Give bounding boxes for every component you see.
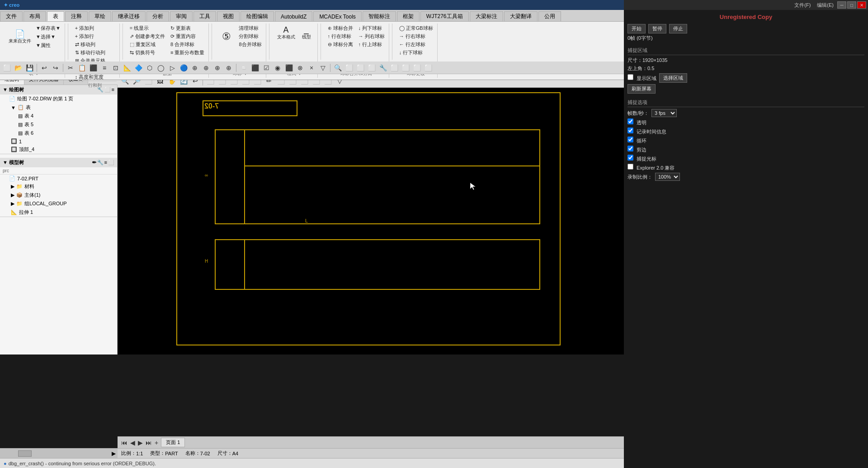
qa-redo[interactable]: ↪ [51, 63, 61, 73]
tab-annotation[interactable]: 注释 [65, 11, 88, 21]
explorer-checkbox[interactable] [627, 164, 633, 170]
loop-checkbox[interactable] [627, 137, 633, 142]
timestamp-checkbox[interactable] [627, 128, 633, 133]
drawing-item-table-group[interactable]: ▼ 📋 表 [0, 103, 117, 112]
model-item-body[interactable]: ▶ 📦 主体(1) [0, 191, 117, 199]
drawing-item-table5[interactable]: ▤ 表 5 [0, 120, 117, 129]
btn-row-above-balloon[interactable]: ↑ 行上球标 [357, 41, 386, 48]
h-scroll-thumb[interactable] [18, 450, 32, 457]
tab-view[interactable]: 视图 [217, 11, 240, 21]
qa-btn-25[interactable]: ⬜ [344, 63, 354, 73]
qa-btn-30[interactable]: ⬜ [401, 63, 410, 73]
qa-btn-2[interactable]: 📋 [77, 63, 87, 73]
qa-open[interactable]: 📂 [13, 63, 23, 73]
qa-btn-13[interactable]: ⊕ [201, 63, 211, 73]
stop-button[interactable]: 停止 [669, 24, 687, 33]
model-item-prt[interactable]: 📄 7-02.PRT [0, 175, 117, 182]
qa-btn-32[interactable]: ⬜ [423, 63, 433, 73]
tab-wjt276[interactable]: WJT276工具箱 [420, 11, 469, 21]
btn-select[interactable]: ▼选择▼ [34, 33, 62, 41]
btn-update-table[interactable]: ↻ 更新表 [169, 24, 206, 32]
fps-select[interactable]: 3 fps 5 fps 10 fps [651, 109, 677, 117]
show-area-checkbox[interactable] [627, 74, 633, 80]
btn-split-balloon[interactable]: 分割球标 [237, 33, 263, 40]
start-button[interactable]: 开始 [627, 24, 646, 33]
qa-btn-18[interactable]: ☑ [261, 63, 271, 73]
nav-prev[interactable]: ◀ [130, 439, 135, 446]
pause-button[interactable]: 暂停 [648, 24, 666, 33]
qa-btn-6[interactable]: 📐 [122, 63, 132, 73]
restore-button[interactable]: □ [847, 1, 856, 9]
tab-smart-dim[interactable]: 智能标注 [363, 11, 396, 21]
drawing-item-1[interactable]: 🔲 1 [0, 137, 117, 145]
btn-reset-content[interactable]: ⟳ 重置内容 [169, 33, 206, 40]
drawing-item-table4[interactable]: ▤ 表 4 [0, 112, 117, 120]
tab-mcadex[interactable]: MCADEx Tools [313, 11, 361, 21]
tab-beam-dim[interactable]: 大梁标注 [470, 11, 503, 21]
qa-btn-19[interactable]: ◉ [273, 63, 283, 73]
btn-properties[interactable]: ▼属性 [34, 42, 62, 49]
btn-merge-balloon2[interactable]: 8合并球标 [237, 41, 263, 48]
tab-common[interactable]: 公用 [538, 11, 561, 21]
model-item-extrude[interactable]: 📐 拉伸 1 [0, 208, 117, 217]
model-icon-settings[interactable]: 🔧 [97, 160, 104, 165]
qa-btn-14[interactable]: ⊕ [212, 63, 222, 73]
tab-autobuildz[interactable]: AutobuildZ [275, 11, 312, 21]
btn-row-down-balloon[interactable]: ↓ 行下球标 [398, 49, 434, 57]
tab-table[interactable]: 表 [47, 11, 64, 21]
btn-add-row[interactable]: + 添加行 [74, 33, 117, 40]
ratio-select[interactable]: 100% 75% 50% [655, 173, 680, 181]
qa-btn-23[interactable]: ▽ [318, 63, 328, 73]
qa-btn-4[interactable]: ≡ [99, 63, 109, 73]
qa-btn-21[interactable]: ⊗ [295, 63, 305, 73]
drawing-item-table6[interactable]: ▤ 表 6 [0, 129, 117, 137]
transparent-checkbox[interactable] [627, 118, 633, 124]
tab-review[interactable]: 审阅 [170, 11, 193, 21]
qa-btn-9[interactable]: ◯ [156, 63, 166, 73]
btn-col-below-balloon[interactable]: ↓ 列下球标 [357, 24, 386, 32]
model-icon-pen[interactable]: ✏ [92, 160, 96, 165]
tab-frame[interactable]: 框架 [397, 11, 420, 21]
btn-merge-balloon[interactable]: 8 合并球标 [169, 41, 206, 48]
tab-drawing-edit[interactable]: 绘图编辑 [241, 11, 274, 21]
btn-row-right-balloon[interactable]: → 行右球标 [398, 33, 434, 40]
qa-save[interactable]: 💾 [24, 63, 34, 73]
btn-normal-gb[interactable]: ◯ 正常GB球标 [398, 24, 434, 32]
btn-move-row[interactable]: ⇅ 移动行动列 [74, 49, 117, 57]
btn-row-in-balloon[interactable]: ↑ 行在球标 [326, 33, 354, 40]
h-scrollbar[interactable]: ▶ [0, 448, 118, 458]
qa-btn-24[interactable]: 🔍 [333, 63, 343, 73]
tab-inherit[interactable]: 继承迁移 [112, 11, 146, 21]
model-icon-zoom[interactable]: ⬜ [108, 160, 114, 165]
qa-btn-16[interactable]: ◽ [239, 63, 249, 73]
h-scroll-right[interactable]: ▶ [110, 450, 118, 457]
minimize-button[interactable]: ─ [837, 1, 846, 9]
btn-repeat-region[interactable]: ⬚ 重复区域 [128, 41, 166, 48]
btn-clear-balloon[interactable]: 清理球标 [237, 24, 263, 32]
cursor-checkbox[interactable] [627, 155, 633, 161]
nav-next[interactable]: ▶ [138, 439, 143, 446]
menu-edit[interactable]: 编辑(E) [814, 2, 836, 9]
btn-col-right-balloon[interactable]: → 列右球标 [357, 33, 386, 40]
tab-layout[interactable]: 布局 [24, 11, 46, 21]
btn-balloon-merge[interactable]: ⊕ 球标合并 [326, 24, 354, 32]
qa-btn-29[interactable]: ⬜ [389, 63, 399, 73]
qa-btn-8[interactable]: ⬡ [145, 63, 155, 73]
close-button[interactable]: ✕ [857, 1, 866, 9]
qa-new[interactable]: ⬜ [2, 63, 12, 73]
qa-btn-27[interactable]: ⬜ [367, 63, 377, 73]
qa-btn-7[interactable]: 🔷 [133, 63, 143, 73]
btn-row-left-balloon[interactable]: ← 行左球标 [398, 41, 434, 48]
qa-btn-22[interactable]: × [307, 63, 316, 73]
btn-height-width[interactable]: ↕ 高度和宽度 [74, 73, 117, 81]
btn-text-format[interactable]: A 文本格式 [275, 24, 297, 42]
border-checkbox[interactable] [627, 146, 633, 151]
tab-beam-trans[interactable]: 大梁翻译 [504, 11, 538, 21]
model-tree-header[interactable]: ▼ 模型树 ✏ 🔧 ≡ ⬜ [0, 158, 117, 167]
btn-balloon-num[interactable]: ⑤ [217, 29, 236, 44]
canvas-area[interactable]: 7-02 L ∞ H [118, 88, 624, 355]
btn-save-table[interactable]: ▼保存表▼ [34, 24, 62, 32]
btn-balloon-separate[interactable]: ⊖ 球标分离 [326, 41, 354, 48]
qa-btn-1[interactable]: ✂ [66, 63, 75, 73]
qa-btn-3[interactable]: ⬛ [88, 63, 98, 73]
